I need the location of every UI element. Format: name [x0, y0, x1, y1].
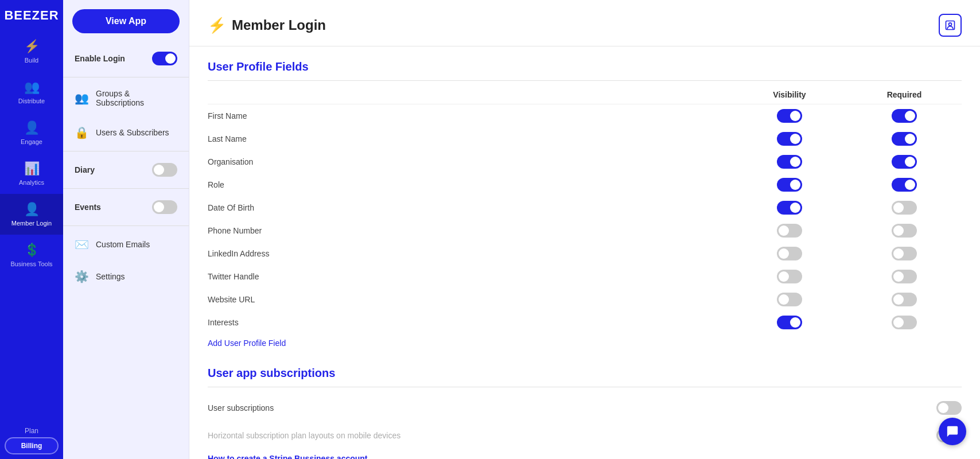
required-toggle-cell — [847, 270, 962, 283]
visibility-toggle-cell — [732, 270, 847, 283]
visibility-toggle-cell — [732, 293, 847, 306]
left-nav: BEEZER ⚡ Build 👥 Distribute 👤 Engage 📊 A… — [0, 0, 63, 459]
diary-toggle[interactable] — [152, 163, 177, 177]
field-name: LinkedIn Address — [208, 249, 732, 258]
required-toggle-cell — [847, 132, 962, 146]
visibility-toggle-cell — [732, 201, 847, 215]
field-name: First Name — [208, 111, 732, 120]
visibility-toggle-cell — [732, 109, 847, 123]
required-toggle-cell — [847, 155, 962, 169]
visibility-toggle-cell — [732, 247, 847, 260]
visibility-toggle-cell — [732, 316, 847, 329]
required-toggle-0[interactable] — [892, 109, 917, 123]
visibility-toggle-0[interactable] — [777, 109, 802, 123]
profile-fields-section: User Profile Fields Visibility Required … — [208, 60, 962, 348]
chat-fab[interactable] — [939, 418, 966, 445]
visibility-toggle-9[interactable] — [777, 316, 802, 329]
visibility-toggle-cell — [732, 178, 847, 192]
page-title: ⚡ Member Login — [208, 17, 326, 34]
subscriptions-section: User app subscriptions User subscription… — [208, 367, 962, 459]
required-toggle-cell — [847, 109, 962, 123]
field-name: Website URL — [208, 295, 732, 304]
table-header-row: Visibility Required — [208, 90, 962, 104]
nav-item-member-login[interactable]: 👤 Member Login — [0, 194, 63, 235]
visibility-toggle-3[interactable] — [777, 178, 802, 192]
required-toggle-6[interactable] — [892, 247, 917, 260]
nav-item-engage[interactable]: 👤 Engage — [0, 112, 63, 153]
visibility-col-header: Visibility — [732, 90, 847, 99]
nav-item-analytics[interactable]: 📊 Analytics — [0, 153, 63, 194]
subscriptions-title: User app subscriptions — [208, 367, 962, 387]
nav-item-distribute[interactable]: 👥 Distribute — [0, 72, 63, 112]
sidebar-item-users-subscribers[interactable]: 🔒 Users & Subscribers — [63, 116, 189, 149]
add-field-link[interactable]: Add User Profile Field — [208, 339, 286, 348]
content-body: User Profile Fields Visibility Required … — [189, 46, 980, 459]
table-row: Twitter Handle — [208, 265, 962, 288]
plan-label: Plan — [5, 427, 59, 435]
distribute-icon: 👥 — [24, 80, 40, 95]
visibility-toggle-cell — [732, 132, 847, 146]
required-toggle-cell — [847, 316, 962, 329]
table-row: Phone Number — [208, 219, 962, 242]
required-toggle-9[interactable] — [892, 316, 917, 329]
events-toggle[interactable] — [152, 200, 177, 214]
settings-icon: ⚙️ — [75, 270, 89, 283]
enable-login-toggle[interactable] — [152, 52, 177, 65]
billing-section: Plan Billing — [0, 422, 63, 459]
users-icon: 🔒 — [75, 126, 89, 139]
profile-fields-title: User Profile Fields — [208, 60, 962, 81]
table-row: Website URL — [208, 288, 962, 311]
enable-login-row: Enable Login — [63, 42, 189, 75]
settings-label: Settings — [96, 272, 125, 281]
required-toggle-cell — [847, 224, 962, 238]
visibility-toggle-cell — [732, 155, 847, 169]
required-toggle-2[interactable] — [892, 155, 917, 169]
visibility-toggle-8[interactable] — [777, 293, 802, 306]
visibility-toggle-4[interactable] — [777, 201, 802, 215]
visibility-toggle-6[interactable] — [777, 247, 802, 260]
nav-item-business-tools[interactable]: 💲 Business Tools — [0, 235, 63, 275]
table-row: Role — [208, 173, 962, 196]
sidebar-item-groups-subscriptions[interactable]: 👥 Groups & Subscriptions — [63, 80, 189, 116]
table-row: Organisation — [208, 150, 962, 173]
user-subscriptions-toggle[interactable] — [936, 401, 962, 415]
build-icon: ⚡ — [24, 39, 40, 54]
required-toggle-8[interactable] — [892, 293, 917, 306]
visibility-toggle-7[interactable] — [777, 270, 802, 283]
table-row: First Name — [208, 104, 962, 127]
visibility-toggle-2[interactable] — [777, 155, 802, 169]
events-row: Events — [63, 191, 189, 223]
svg-point-1 — [949, 23, 952, 26]
required-toggle-1[interactable] — [892, 132, 917, 146]
required-toggle-5[interactable] — [892, 224, 917, 238]
main-header: ⚡ Member Login — [189, 0, 980, 46]
required-toggle-7[interactable] — [892, 270, 917, 283]
visibility-toggle-cell — [732, 224, 847, 238]
engage-icon: 👤 — [24, 120, 40, 135]
profile-fields-table: Visibility Required First NameLast NameO… — [208, 90, 962, 348]
sidebar-item-custom-emails[interactable]: ✉️ Custom Emails — [63, 228, 189, 260]
logo: BEEZER — [0, 0, 63, 31]
profile-fields-rows: First NameLast NameOrganisationRoleDate … — [208, 104, 962, 334]
field-name: Role — [208, 180, 732, 189]
member-login-icon: 👤 — [24, 202, 40, 217]
view-app-button[interactable]: View App — [72, 9, 179, 33]
email-icon: ✉️ — [75, 238, 89, 251]
required-toggle-3[interactable] — [892, 178, 917, 192]
field-name: Last Name — [208, 134, 732, 143]
avatar[interactable] — [939, 14, 962, 37]
user-subscriptions-label: User subscriptions — [208, 403, 274, 413]
horizontal-subscription-row: Horizontal subscription plan layouts on … — [208, 422, 962, 449]
stripe-link[interactable]: How to create a Stripe Bussiness account — [208, 454, 368, 459]
table-row: LinkedIn Address — [208, 242, 962, 265]
visibility-toggle-5[interactable] — [777, 224, 802, 238]
nav-item-build[interactable]: ⚡ Build — [0, 31, 63, 72]
table-row: Date Of Birth — [208, 196, 962, 219]
sidebar-item-settings[interactable]: ⚙️ Settings — [63, 260, 189, 293]
visibility-toggle-1[interactable] — [777, 132, 802, 146]
required-toggle-4[interactable] — [892, 201, 917, 215]
enable-login-label: Enable Login — [75, 54, 125, 63]
required-toggle-cell — [847, 201, 962, 215]
field-name: Twitter Handle — [208, 272, 732, 281]
billing-button[interactable]: Billing — [5, 437, 59, 454]
